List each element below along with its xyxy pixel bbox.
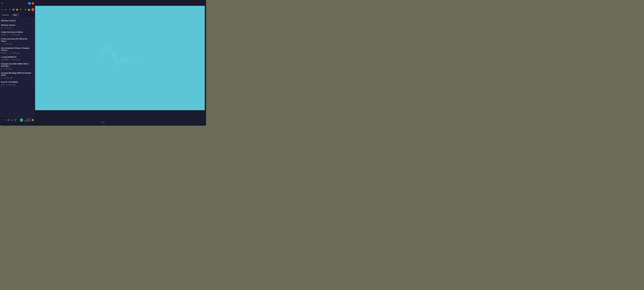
waveform-visualization — [96, 42, 144, 74]
more-options-icon[interactable]: ⋮ — [32, 56, 34, 59]
more-options-icon[interactable]: ⋮ — [32, 24, 34, 27]
bell-icon[interactable]: 🔔 — [28, 8, 30, 11]
taskbar: ⌃ ⬇ 🔊 🖥 ENG US ✓ 1:20 AM 11/13/2024 🔔 — [0, 117, 35, 122]
more-options-icon[interactable]: ⋮ — [32, 31, 34, 34]
playlist: 100 Days of Don't on · 1 year ago ⋮ I Un… — [0, 23, 35, 122]
extension-icon[interactable]: 🧩 — [12, 8, 15, 11]
taskbar-display-icon[interactable]: 🖥 — [10, 119, 13, 121]
time-ago: 10 months ago — [10, 34, 20, 36]
more-options-icon[interactable]: ⋮ — [32, 81, 34, 84]
channel-name: on — [1, 27, 3, 29]
list-item[interactable]: Solo Camping, Fishing, & Foraging Food i… — [0, 46, 35, 55]
channel-name: or Boys — [1, 52, 6, 54]
more-options-icon[interactable]: ⋮ — [32, 63, 34, 66]
item-meta: s · 1 month ago — [1, 43, 34, 45]
channel-name: d — [1, 68, 2, 70]
tab-chevron-icon: › — [11, 14, 12, 16]
browser-sidebar: ▾ — ❐ ✕ 🗂 ⬇ ↺ 🧩 ⭐ ☰ 🖥 🔔 🌺 Polarlotus › D… — [0, 0, 35, 122]
time-ago: 1 month ago — [4, 68, 12, 70]
item-meta: d · 1 month ago — [1, 68, 34, 70]
main-screen — [35, 6, 205, 110]
item-meta: or Boys ✓ · 10 months ago — [1, 34, 34, 36]
tab-dont[interactable]: Don... — [12, 14, 19, 17]
list-item[interactable]: Can Beat RE Village WITH the Default Kni… — [0, 71, 35, 80]
item-title: Solo Camping, Fishing, & Foraging Food i… — [1, 47, 34, 51]
notification-bell-icon[interactable]: 🔔 — [32, 119, 34, 121]
list-item[interactable]: Champion Can Win 5 While Others Drink Ba… — [0, 62, 35, 71]
more-options-icon[interactable]: ⋮ — [32, 47, 34, 50]
item-meta: us Studios ✓ · 1 month ago — [1, 59, 34, 60]
channel-name: s — [1, 43, 2, 45]
taskbar-volume-icon[interactable]: 🔊 — [7, 119, 10, 121]
monitor-brand-logo: hp — [101, 121, 105, 124]
tab-polarlotus[interactable]: Polarlotus — [1, 14, 10, 17]
time-ago: 1 month ago — [4, 43, 12, 45]
channel-name: or Boys — [1, 34, 6, 36]
item-title: Can Beat RE Village WITH the Default Kni… — [1, 72, 34, 76]
download-icon[interactable]: ⬇ — [5, 8, 8, 11]
time-ago: 1 month ago — [12, 59, 20, 60]
clock: 1:20 AM 11/13/2024 — [24, 118, 31, 122]
more-options-icon[interactable]: ⋮ — [32, 38, 34, 41]
time-display: 1:20 AM — [26, 118, 31, 120]
verified-icon: ✓ — [7, 52, 8, 54]
item-title: 100 Days of Don't — [1, 24, 34, 27]
list-item[interactable]: 100 Days of Don't on · 1 year ago ⋮ — [0, 23, 35, 30]
time-ago: 3 weeks ago — [4, 77, 12, 79]
screen-icon[interactable]: 🖥 — [24, 8, 27, 11]
item-meta: or Boys ✓ · 2 months ago — [1, 52, 34, 54]
monitor: ▾ — ❐ ✕ 🗂 ⬇ ↺ 🧩 ⭐ ☰ 🖥 🔔 🌺 Polarlotus › D… — [0, 0, 206, 126]
bookmark-icon[interactable]: ⭐ — [16, 8, 18, 11]
channel-name: rs — [1, 77, 2, 79]
playlist-more-icon[interactable]: ⋮ — [32, 19, 34, 22]
list-item[interactable]: I Under the Snow in Shelter or Boys ✓ · … — [0, 30, 35, 37]
item-title: be an S+ Tier Webber — [1, 81, 34, 83]
user-avatar[interactable]: 🌺 — [32, 8, 34, 11]
list-item[interactable]: be an S+ Tier Webber s 137 · 9 months ag… — [0, 80, 35, 87]
verified-icon: ✓ — [9, 59, 10, 60]
menu-icon[interactable]: ☰ — [19, 8, 22, 11]
item-title: Champion Can Win 5 While Others Drink Ba… — [1, 63, 34, 67]
taskbar-up-icon[interactable]: ⌃ — [1, 119, 4, 121]
minimize-button[interactable]: — — [24, 2, 27, 5]
list-item[interactable]: 2 Years Surviving The "Minecraft Clone."… — [0, 37, 35, 46]
item-title: I Under the Snow in Shelter — [1, 31, 34, 33]
time-ago: 1 year ago — [4, 27, 12, 29]
tabs-row: Polarlotus › Don... — [0, 13, 35, 18]
language-label: ENG US — [14, 118, 19, 122]
item-meta: rs · 3 weeks ago — [1, 77, 34, 79]
browser-toolbar: 🗂 ⬇ ↺ 🧩 ⭐ ☰ 🖥 🔔 🌺 — [0, 7, 35, 13]
channel-name: s 137 — [1, 84, 5, 86]
chevron-down-icon[interactable]: ▾ — [1, 2, 4, 5]
item-meta: s 137 · 9 months ago — [1, 84, 34, 86]
item-title: 2 Years Surviving The "Minecraft Clone." — [1, 38, 34, 42]
date-display: 11/13/2024 — [24, 120, 31, 122]
refresh-icon[interactable]: ↺ — [8, 8, 11, 11]
time-ago: 9 months ago — [6, 84, 16, 86]
item-meta: on · 1 year ago — [1, 27, 34, 29]
item-title: I a Giant NVIDIA PC — [1, 56, 34, 58]
close-button[interactable]: ✕ — [32, 2, 34, 5]
more-options-icon[interactable]: ⋮ — [32, 72, 34, 75]
channel-name: us Studios — [1, 59, 8, 60]
taskbar-download-icon[interactable]: ⬇ — [4, 119, 7, 121]
restore-button[interactable]: ❐ — [28, 2, 31, 5]
titlebar: ▾ — ❐ ✕ — [0, 0, 35, 7]
verified-icon: ✓ — [7, 34, 8, 36]
time-ago: 2 months ago — [10, 52, 19, 54]
list-item[interactable]: I a Giant NVIDIA PC us Studios ✓ · 1 mon… — [0, 55, 35, 62]
pocket-icon[interactable]: 🗂 — [1, 8, 4, 11]
playlist-heading: 100 Days of Don't — [1, 20, 16, 22]
security-icon[interactable]: ✓ — [20, 118, 23, 122]
